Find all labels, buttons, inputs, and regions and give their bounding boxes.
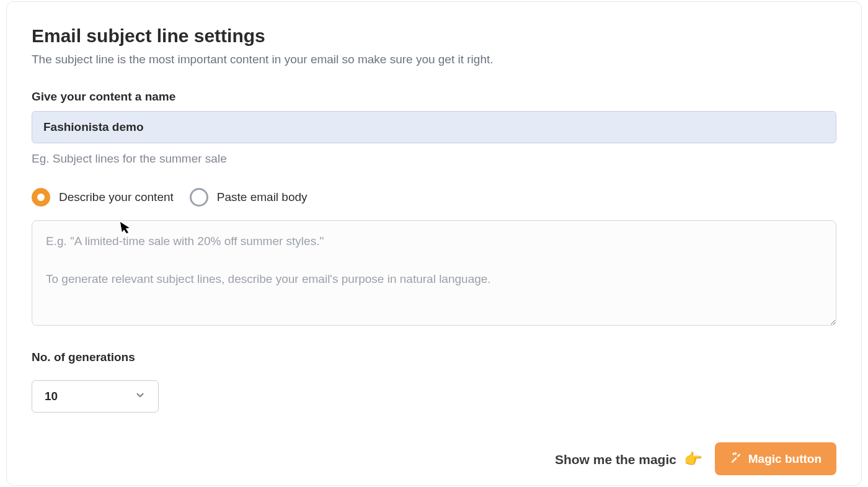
content-name-helper: Eg. Subject lines for the summer sale [32, 152, 836, 166]
chevron-down-icon [135, 390, 146, 403]
content-name-field: Give your content a name Eg. Subject lin… [32, 90, 836, 166]
radio-paste-label: Paste email body [217, 190, 308, 204]
generations-field: No. of generations 10 [32, 351, 836, 413]
radio-describe-content[interactable]: Describe your content [32, 188, 174, 207]
radio-describe-label: Describe your content [59, 190, 174, 204]
radio-paste-body[interactable]: Paste email body [190, 188, 308, 207]
generations-select[interactable]: 10 [32, 380, 159, 413]
cta-text-label: Show me the magic [555, 452, 676, 467]
generations-label: No. of generations [32, 351, 836, 364]
radio-checked-icon [32, 188, 50, 207]
content-name-label: Give your content a name [32, 90, 836, 104]
cta-text: Show me the magic 👉 [555, 450, 702, 468]
radio-unchecked-icon [190, 188, 208, 207]
magic-wand-icon [730, 451, 742, 467]
pointing-hand-icon: 👉 [684, 450, 702, 467]
generations-value: 10 [45, 390, 58, 403]
settings-card: Email subject line settings The subject … [6, 1, 862, 486]
content-name-input[interactable] [32, 111, 836, 143]
content-description-textarea[interactable] [32, 220, 836, 326]
page-title: Email subject line settings [32, 25, 836, 47]
footer-row: Show me the magic 👉 Magic button [32, 442, 836, 475]
page-subtitle: The subject line is the most important c… [32, 53, 836, 66]
magic-button[interactable]: Magic button [715, 442, 836, 475]
magic-button-label: Magic button [748, 452, 822, 466]
input-mode-radio-group: Describe your content Paste email body [32, 188, 836, 207]
